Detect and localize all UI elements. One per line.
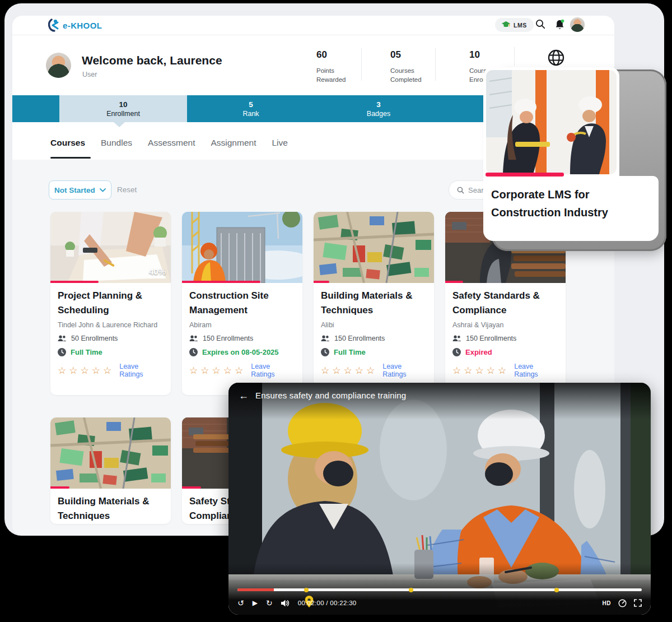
stat-points-label: Points Rewarded (316, 66, 359, 84)
statsbar-item-enrollment[interactable]: 10 Enrollment (59, 95, 187, 122)
fullscreen-icon[interactable] (634, 599, 642, 607)
header-divider (12, 35, 614, 35)
globe-icon[interactable] (547, 49, 565, 67)
course-enrollments: 150 Enrollments (452, 335, 558, 342)
graduation-cap-icon (502, 21, 510, 29)
clock-icon (452, 348, 461, 356)
back-arrow-icon[interactable]: ← (239, 391, 249, 401)
stat-divider (435, 48, 436, 81)
welcome-role: User (82, 71, 97, 78)
notification-bell-icon[interactable] (554, 19, 565, 30)
replay-icon[interactable]: ↺ (237, 599, 244, 607)
video-progress-bar[interactable] (237, 588, 642, 591)
clock-icon (189, 348, 198, 356)
play-icon[interactable]: ▶ (253, 600, 258, 606)
course-progress-fill (50, 281, 99, 283)
course-progress-fill (445, 281, 463, 283)
video-chapter-marker[interactable] (304, 588, 309, 592)
status-filter-dropdown[interactable]: Not Started (49, 180, 111, 199)
star-rating-input[interactable]: ☆☆☆☆☆ (321, 365, 377, 377)
course-title: Building Materials & Techniques (58, 494, 164, 523)
chevron-down-icon (100, 188, 106, 192)
course-progress-track (314, 281, 434, 283)
video-player[interactable]: ← Ensures safety and compliance training… (228, 383, 651, 615)
star-rating-input[interactable]: ☆☆☆☆☆ (58, 365, 114, 377)
people-icon (58, 335, 67, 342)
stat-enrolled-value: 10 (469, 49, 480, 61)
statsbar-item-badges[interactable]: 3 Badges (315, 95, 442, 122)
video-title: Ensures safety and compliance training (255, 391, 406, 400)
reset-filters-button[interactable]: Reset (117, 185, 137, 194)
user-avatar[interactable] (570, 17, 585, 32)
course-card[interactable]: Construction Site Management Abiram 150 … (182, 212, 302, 395)
course-author: Ashrai & Vijayan (452, 321, 558, 329)
statsbar-item-rank[interactable]: 5 Rank (187, 95, 315, 122)
course-progress-track (182, 281, 302, 283)
tab-bar: Courses Bundles Assessment Assignment Li… (50, 138, 288, 148)
hd-quality-button[interactable]: HD (603, 600, 611, 606)
active-tab-underline (50, 157, 91, 159)
leave-ratings-link[interactable]: Leave Ratings (382, 363, 427, 378)
course-status: Expired (452, 348, 558, 356)
star-rating-input[interactable]: ☆☆☆☆☆ (452, 365, 509, 377)
video-chapter-marker[interactable] (409, 588, 413, 592)
promo-accent-line (486, 173, 564, 177)
tab-bundles[interactable]: Bundles (101, 138, 132, 148)
course-card[interactable]: 40% Project Planning & Scheduling Tindel… (50, 212, 171, 395)
clock-icon (321, 348, 329, 356)
course-progress-track (445, 281, 566, 283)
course-rating: ☆☆☆☆☆ Leave Ratings (58, 363, 164, 378)
video-progress-played (237, 588, 274, 591)
video-chapter-marker[interactable] (554, 588, 559, 592)
welcome-avatar (46, 53, 71, 78)
stat-completed-label: Courses Completed (390, 66, 433, 84)
ekhool-logo-icon (48, 18, 60, 32)
course-title: Building Materials & Techniques (321, 289, 427, 317)
promo-card[interactable]: Corporate LMS for Construction Industry (483, 176, 659, 241)
search-icon[interactable] (535, 19, 545, 29)
tab-courses[interactable]: Courses (50, 138, 85, 148)
tab-assignment[interactable]: Assignment (211, 138, 256, 148)
promo-card-photo[interactable] (483, 67, 619, 177)
course-progress-fill (314, 281, 329, 283)
course-author: Tindel John & Laurence Richard (58, 321, 164, 329)
course-thumbnail (182, 212, 302, 283)
playback-speed-icon[interactable] (618, 599, 627, 607)
course-progress-track (50, 486, 171, 489)
people-icon (189, 335, 198, 342)
volume-icon[interactable] (281, 600, 290, 607)
tab-assessment[interactable]: Assessment (148, 138, 195, 148)
course-progress-fill (182, 486, 201, 489)
course-progress-fill (50, 486, 69, 489)
course-status: Expires on 08-05-2025 (189, 348, 295, 356)
promo-title: Corporate LMS for Construction Industry (491, 185, 655, 221)
course-rating: ☆☆☆☆☆ Leave Ratings (321, 363, 427, 378)
top-bar: e-KHOOL LMS (12, 16, 614, 35)
course-enrollments: 50 Enrollments (58, 335, 164, 342)
lms-badge[interactable]: LMS (495, 18, 534, 32)
stat-divider (514, 47, 515, 66)
course-thumbnail (50, 417, 171, 489)
course-status: Full Time (321, 348, 427, 356)
course-enrollments: 150 Enrollments (189, 335, 295, 342)
people-icon (321, 335, 330, 342)
course-thumbnail: 40% (50, 212, 171, 283)
star-rating-input[interactable]: ☆☆☆☆☆ (189, 365, 246, 377)
tab-live[interactable]: Live (272, 138, 287, 148)
brand-logo[interactable]: e-KHOOL (48, 18, 102, 32)
course-title: Safety Standards & Compliance (452, 289, 558, 317)
clock-icon (58, 348, 66, 356)
leave-ratings-link[interactable]: Leave Ratings (514, 363, 558, 378)
screenshot-stage: e-KHOOL LMS Welcome back, Laurence User … (0, 0, 672, 622)
course-title: Project Planning & Scheduling (58, 289, 164, 317)
course-enrollments: 150 Enrollments (321, 335, 427, 342)
forward-icon[interactable]: ↻ (266, 599, 273, 607)
leave-ratings-link[interactable]: Leave Ratings (119, 363, 164, 378)
leave-ratings-link[interactable]: Leave Ratings (251, 363, 295, 378)
course-card[interactable]: Building Materials & Techniques Alibi 15… (314, 212, 434, 395)
course-progress-track (50, 281, 171, 283)
course-card[interactable]: Building Materials & Techniques (50, 417, 171, 524)
course-rating: ☆☆☆☆☆ Leave Ratings (452, 363, 558, 378)
video-controls: ↺ ▶ ↻ 00:02:00 / 00:22:30 HD (237, 597, 642, 609)
video-header: ← Ensures safety and compliance training (228, 383, 651, 420)
